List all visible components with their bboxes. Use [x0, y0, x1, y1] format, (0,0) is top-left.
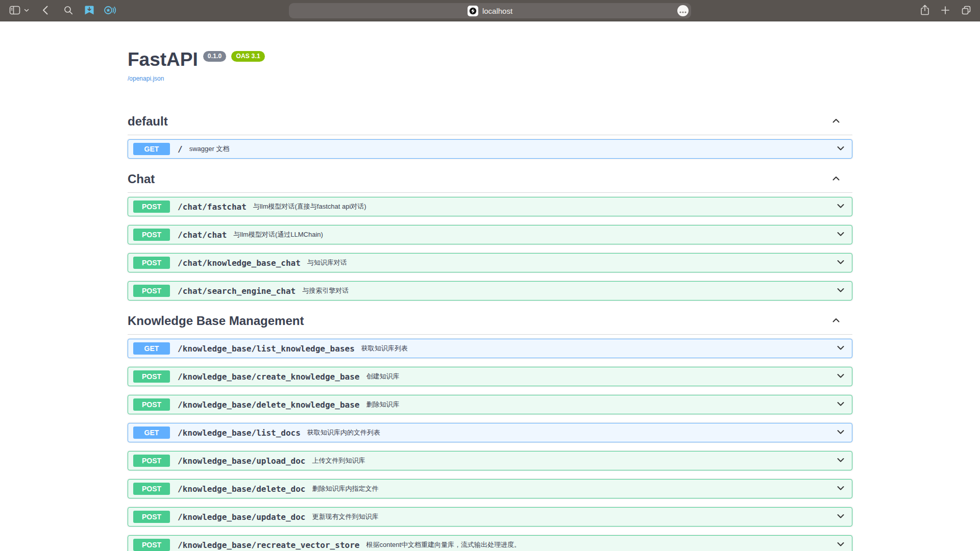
page-extensions-ellipsis-button[interactable] [677, 5, 689, 16]
page-extensions-ellipsis-icon [679, 7, 687, 15]
section-operations: GET / swagger 文档 [128, 135, 852, 168]
section-header[interactable]: Chat [128, 168, 852, 193]
endpoint-row[interactable]: POST /chat/search_engine_chat 与搜索引擎对话 [128, 281, 852, 300]
endpoint-row[interactable]: POST /chat/knowledge_base_chat 与知识库对话 [128, 253, 852, 272]
expand-endpoint-button[interactable] [836, 343, 846, 355]
section-title: default [128, 114, 168, 129]
chevron-down-icon [836, 143, 846, 155]
chevron-up-icon [831, 315, 841, 327]
endpoint-row[interactable]: GET / swagger 文档 [128, 139, 852, 159]
chevron-up-icon [831, 173, 841, 185]
toolbar-right-group [920, 0, 972, 21]
endpoint-summary: 与搜索引擎对话 [302, 286, 349, 295]
toolbar-left-group [7, 0, 117, 21]
page-title: FastAPI 0.1.0 OAS 3.1 [128, 49, 852, 70]
collapse-section-button[interactable] [831, 173, 841, 185]
share-button[interactable] [920, 3, 930, 18]
endpoint-path: / [178, 144, 183, 154]
endpoint-summary: 获取知识库内的文件列表 [307, 428, 380, 437]
endpoint-summary: 获取知识库列表 [361, 344, 408, 353]
expand-endpoint-button[interactable] [836, 229, 846, 241]
endpoint-row[interactable]: POST /knowledge_base/delete_knowledge_ba… [128, 395, 852, 414]
chevron-down-icon [836, 257, 846, 269]
expand-endpoint-button[interactable] [836, 455, 846, 467]
address-bar[interactable]: localhost [289, 3, 691, 18]
broadcast-extension-button[interactable] [102, 3, 117, 18]
expand-endpoint-button[interactable] [836, 511, 846, 523]
address-bar-url: localhost [482, 7, 512, 15]
sidebar-menu-chevron-button[interactable] [22, 3, 31, 18]
expand-endpoint-button[interactable] [836, 143, 846, 155]
endpoint-row[interactable]: POST /chat/fastchat 与llm模型对话(直接与fastchat… [128, 197, 852, 216]
chevron-down-icon [836, 511, 846, 523]
endpoint-path: /chat/chat [178, 230, 227, 240]
sidebar-icon [9, 5, 21, 17]
bookmark-extension-icon [84, 5, 95, 17]
share-icon [920, 4, 930, 18]
chevron-down-icon [836, 343, 846, 355]
endpoint-path: /knowledge_base/list_docs [178, 428, 301, 438]
back-button[interactable] [40, 3, 52, 18]
endpoint-row[interactable]: GET /knowledge_base/list_docs 获取知识库内的文件列… [128, 423, 852, 442]
oas-badge: OAS 3.1 [231, 51, 264, 62]
expand-endpoint-button[interactable] [836, 285, 846, 297]
chevron-down-icon [836, 229, 846, 241]
section-operations: GET /knowledge_base/list_knowledge_bases… [128, 335, 852, 551]
section-header[interactable]: Knowledge Base Management [128, 310, 852, 335]
collapse-section-button[interactable] [831, 315, 841, 327]
chevron-down-icon [836, 201, 846, 213]
api-section: Knowledge Base Management GET /knowledge… [128, 310, 852, 551]
expand-endpoint-button[interactable] [836, 399, 846, 411]
expand-endpoint-button[interactable] [836, 257, 846, 269]
method-badge: POST [133, 370, 170, 383]
method-badge: POST [133, 483, 170, 495]
method-badge: GET [133, 143, 170, 155]
tab-overview-icon [961, 5, 972, 17]
method-badge: POST [133, 398, 170, 411]
expand-endpoint-button[interactable] [836, 201, 846, 213]
new-tab-button[interactable] [940, 3, 950, 18]
endpoint-path: /knowledge_base/update_doc [178, 512, 305, 522]
method-badge: POST [133, 201, 170, 213]
endpoint-path: /knowledge_base/delete_doc [178, 484, 305, 494]
endpoint-row[interactable]: POST /knowledge_base/create_knowledge_ba… [128, 367, 852, 386]
endpoint-summary: 删除知识库内指定文件 [312, 484, 378, 493]
browser-toolbar: localhost [0, 0, 980, 21]
api-sections: default GET / swagger 文档 Chat [117, 110, 863, 551]
expand-endpoint-button[interactable] [836, 371, 846, 383]
chevron-down-icon [836, 427, 846, 439]
expand-endpoint-button[interactable] [836, 539, 846, 551]
collapse-section-button[interactable] [831, 116, 841, 128]
section-title: Knowledge Base Management [128, 314, 304, 328]
api-info-block: FastAPI 0.1.0 OAS 3.1 /openapi.json [117, 22, 863, 83]
tab-overview-button[interactable] [961, 3, 972, 18]
site-favicon-icon [468, 6, 478, 16]
expand-endpoint-button[interactable] [836, 427, 846, 439]
method-badge: POST [133, 511, 170, 523]
expand-endpoint-button[interactable] [836, 483, 846, 495]
chevron-down-icon [836, 371, 846, 383]
method-badge: POST [133, 539, 170, 551]
endpoint-row[interactable]: GET /knowledge_base/list_knowledge_bases… [128, 339, 852, 358]
chevron-down-icon [836, 539, 846, 551]
swagger-page: FastAPI 0.1.0 OAS 3.1 /openapi.json defa… [0, 0, 980, 551]
bookmark-extension-button[interactable] [83, 3, 96, 18]
endpoint-path: /chat/fastchat [178, 202, 247, 212]
endpoint-path: /chat/knowledge_base_chat [178, 258, 301, 268]
method-badge: POST [133, 285, 170, 297]
endpoint-summary: 与知识库对话 [307, 258, 347, 267]
openapi-spec-link[interactable]: /openapi.json [128, 75, 164, 82]
api-section: default GET / swagger 文档 [128, 110, 852, 168]
endpoint-row[interactable]: POST /knowledge_base/upload_doc 上传文件到知识库 [128, 451, 852, 470]
endpoint-row[interactable]: POST /knowledge_base/update_doc 更新现有文件到知… [128, 507, 852, 527]
section-header[interactable]: default [128, 110, 852, 135]
chevron-down-icon [836, 455, 846, 467]
sidebar-toggle-button[interactable] [7, 3, 22, 18]
endpoint-path: /chat/search_engine_chat [178, 286, 296, 296]
endpoint-row[interactable]: POST /knowledge_base/delete_doc 删除知识库内指定… [128, 479, 852, 498]
method-badge: GET [133, 342, 170, 355]
section-operations: POST /chat/fastchat 与llm模型对话(直接与fastchat… [128, 193, 852, 310]
search-button[interactable] [62, 3, 75, 18]
endpoint-row[interactable]: POST /chat/chat 与llm模型对话(通过LLMChain) [128, 225, 852, 244]
endpoint-row[interactable]: POST /knowledge_base/recreate_vector_sto… [128, 535, 852, 551]
